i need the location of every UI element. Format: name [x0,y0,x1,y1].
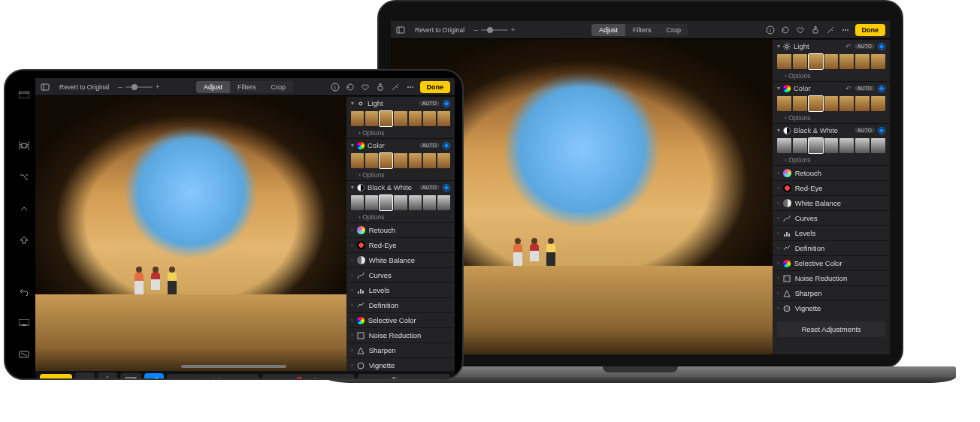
share-icon[interactable] [375,82,386,92]
auto-button[interactable]: AUTO [854,86,875,91]
zoom-plus[interactable]: + [511,26,516,34]
tool-definition[interactable]: ›Definition [346,297,455,312]
color-options[interactable]: › Options [773,113,890,123]
adjust-color-header[interactable]: ▾ Color ↶ AUTO [773,81,890,95]
tool-vignette[interactable]: ›Vignette [773,300,890,315]
auto-button[interactable]: AUTO [419,101,440,106]
control-icon[interactable] [18,203,30,215]
tool-retouch[interactable]: ›Retouch [773,165,890,180]
disconnect-icon[interactable] [18,348,30,360]
tool-selective-color[interactable]: ›Selective Color [346,312,455,327]
zoom-track[interactable] [481,29,508,31]
tab-filters[interactable]: Filters [625,24,659,36]
zoom-minus[interactable]: – [118,83,122,91]
light-options[interactable]: › Options [346,128,455,138]
auto-button[interactable]: AUTO [854,44,875,49]
bw-thumbnails[interactable] [346,194,455,212]
favorite-icon[interactable] [795,25,806,35]
tool-red-eye[interactable]: ›Red-Eye [346,237,455,252]
tool-sharpen[interactable]: ›Sharpen [773,285,890,300]
bw-options[interactable]: › Options [773,155,890,165]
dock-brightness-up[interactable] [98,372,117,380]
share-icon[interactable] [810,25,821,35]
light-options[interactable]: › Options [773,71,890,81]
zoom-slider[interactable]: – + [118,83,159,91]
tool-retouch[interactable]: ›Retouch [346,222,455,237]
tool-curves[interactable]: ›Curves [773,210,890,225]
tab-adjust[interactable]: Adjust [196,81,230,93]
adjust-toggle[interactable] [443,184,450,191]
color-thumbnails[interactable] [346,152,455,170]
rotate-icon[interactable] [345,82,355,92]
revert-button[interactable]: Revert to Original [55,82,113,92]
menubar-icon[interactable] [18,89,30,101]
adjust-light-header[interactable]: ▾ Light ↶ AUTO [773,39,890,53]
undo-icon[interactable]: ↶ [845,85,851,92]
info-icon[interactable]: i [765,25,776,35]
rotate-icon[interactable] [780,25,791,35]
photo-canvas[interactable] [35,96,346,371]
dock-done-button[interactable]: Done [40,374,72,380]
dock-color-pill[interactable]: Color [262,374,355,380]
dock-compare-button[interactable] [120,373,141,380]
tool-vignette[interactable]: ›Vignette [346,357,455,371]
sidebar-toggle-icon[interactable] [40,82,50,92]
tool-noise-reduction[interactable]: ›Noise Reduction [773,270,890,285]
light-thumbnails[interactable] [346,110,455,128]
auto-button[interactable]: AUTO [419,143,440,148]
tab-adjust[interactable]: Adjust [591,24,625,36]
more-icon[interactable] [405,82,416,92]
info-icon[interactable]: i [330,82,340,92]
adjust-toggle[interactable] [878,43,885,50]
adjust-toggle[interactable] [878,127,885,134]
tool-red-eye[interactable]: ›Red-Eye [773,180,890,195]
adjust-toggle[interactable] [443,142,450,149]
shift-icon[interactable] [18,234,30,246]
color-thumbnails[interactable] [773,95,890,113]
light-thumbnails[interactable] [773,53,890,71]
adjust-bw-header[interactable]: ▾ Black & White AUTO [346,180,455,194]
enhance-icon[interactable] [390,82,401,92]
favorite-icon[interactable] [360,82,371,92]
dock-bw-pill[interactable]: B&W [358,374,450,380]
auto-button[interactable]: AUTO [419,185,440,190]
zoom-slider[interactable]: – + [473,26,515,34]
tab-crop[interactable]: Crop [264,81,294,93]
command-icon[interactable] [18,140,30,152]
zoom-plus[interactable]: + [156,83,160,91]
tool-noise-reduction[interactable]: ›Noise Reduction [346,327,455,342]
done-button[interactable]: Done [420,81,451,93]
option-icon[interactable] [18,171,30,183]
undo-icon[interactable]: ↶ [845,43,851,50]
tool-levels[interactable]: ›Levels [773,225,890,240]
enhance-icon[interactable] [825,25,836,35]
tool-definition[interactable]: ›Definition [773,240,890,255]
tool-sharpen[interactable]: ›Sharpen [346,342,455,357]
tab-filters[interactable]: Filters [230,81,264,93]
reset-adjustments-button[interactable]: Reset Adjustments [777,321,885,337]
done-button[interactable]: Done [855,24,886,36]
tool-white-balance[interactable]: ›White Balance [346,252,455,267]
tool-selective-color[interactable]: ›Selective Color [773,255,890,270]
color-options[interactable]: › Options [346,170,455,180]
dock-checkmark-button[interactable] [144,373,164,380]
dock-light-pill[interactable]: ☀ Light [167,374,259,380]
adjust-light-header[interactable]: ▾ Light AUTO [346,96,455,110]
adjust-color-header[interactable]: ▾ Color AUTO [346,138,455,152]
tab-crop[interactable]: Crop [659,24,689,36]
bw-thumbnails[interactable] [773,137,890,155]
zoom-minus[interactable]: – [473,26,478,34]
adjust-bw-header[interactable]: ▾ Black & White AUTO [773,123,890,137]
tool-white-balance[interactable]: ›White Balance [773,195,890,210]
undo-icon[interactable] [18,285,30,297]
adjust-toggle[interactable] [443,100,450,107]
dock-brightness-down[interactable] [75,372,95,380]
tool-curves[interactable]: ›Curves [346,267,455,282]
revert-button[interactable]: Revert to Original [410,25,469,35]
adjust-toggle[interactable] [878,85,885,92]
keyboard-icon[interactable] [18,317,30,329]
home-indicator[interactable] [181,365,286,368]
more-icon[interactable] [840,25,851,35]
bw-options[interactable]: › Options [346,212,455,222]
sidebar-toggle-icon[interactable] [395,25,406,35]
